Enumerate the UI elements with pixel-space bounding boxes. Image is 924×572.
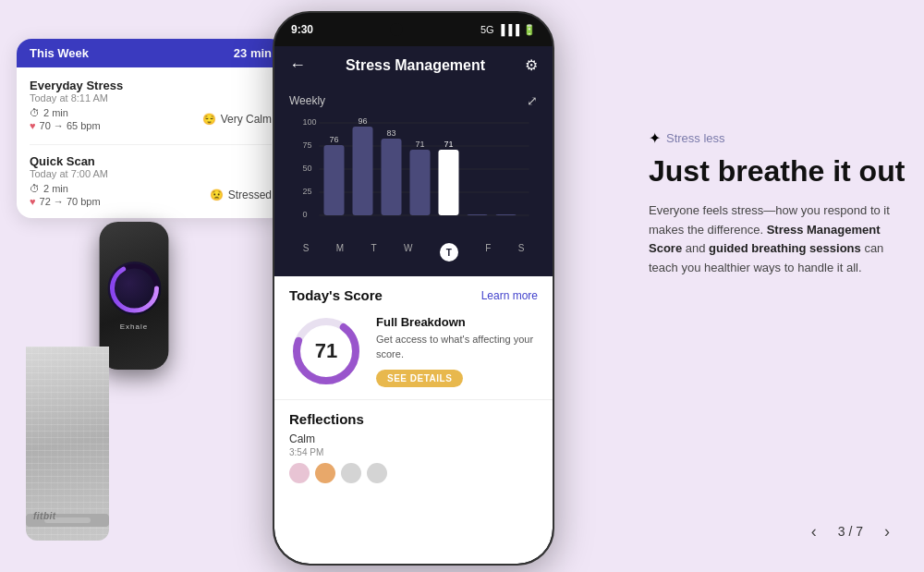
svg-rect-14 <box>353 127 373 215</box>
breakdown-title: Full Breakdown <box>376 315 538 329</box>
right-panel: ✦ Stress less Just breathe it out Everyo… <box>649 129 907 278</box>
card-header-title: This Week <box>30 46 89 60</box>
see-details-button[interactable]: SEE DETAILS <box>376 370 463 387</box>
day-m: M <box>336 243 344 262</box>
heart-icon: ♥ <box>30 120 36 131</box>
card-row-1-bpm: ♥ 70 → 65 bpm <box>30 120 101 131</box>
phone-app-header: ← Stress Management ⚙ <box>274 46 553 84</box>
svg-rect-20 <box>439 150 459 215</box>
phone: 9:30 5G ▐▐▐ 🔋 ← Stress Management ⚙ Week… <box>273 11 554 566</box>
score-title: Today's Score <box>289 287 383 303</box>
svg-rect-23 <box>496 214 517 215</box>
stress-less-text: Stress less <box>666 131 725 145</box>
battery-icon: 🔋 <box>523 24 536 36</box>
right-heading: Just breathe it out <box>649 154 907 189</box>
tracker-body: Exhale <box>100 222 169 370</box>
svg-text:83: 83 <box>386 128 395 138</box>
chart-controls: Weekly ⤢ <box>289 93 538 108</box>
reflections-item-title: Calm <box>289 432 538 445</box>
svg-text:50: 50 <box>303 164 312 173</box>
phone-camera <box>390 23 403 36</box>
card-row-1-left: ⏱ 2 min ♥ 70 → 65 bpm <box>30 107 101 131</box>
expand-icon[interactable]: ⤢ <box>527 93 538 108</box>
chart-period: Weekly <box>289 94 325 107</box>
right-description: Everyone feels stress—how you respond to… <box>649 201 907 278</box>
stress-icon: ✦ <box>649 129 661 147</box>
card-row-1-duration: ⏱ 2 min <box>30 107 101 118</box>
phone-status-bar: 9:30 5G ▐▐▐ 🔋 <box>274 13 553 46</box>
emoji-1 <box>289 463 310 483</box>
day-f: F <box>485 243 491 262</box>
score-area: Today's Score Learn more 71 Full Breakdo… <box>274 276 553 400</box>
card-row-1-mood: 😌 Very Calm <box>202 113 272 126</box>
tracker-screen <box>107 262 161 315</box>
fitbit-logo: fitbit <box>33 511 56 521</box>
tracker-ring-svg <box>107 262 161 315</box>
emoji-4 <box>367 463 387 483</box>
fitbit-device: Exhale fitbit <box>9 203 259 536</box>
card-row-2-mood: 😟 Stressed <box>210 189 272 201</box>
mood-label-stressed: Stressed <box>228 189 272 201</box>
learn-more-link[interactable]: Learn more <box>481 289 538 302</box>
reflections-item-time: 3:54 PM <box>289 447 538 457</box>
nav-total: 7 <box>856 524 863 539</box>
reflections-area: Reflections Calm 3:54 PM <box>274 400 553 494</box>
emoji-3 <box>341 463 361 483</box>
reflections-title: Reflections <box>289 411 538 427</box>
donut-chart: 71 <box>289 314 363 388</box>
card-row-2: Quick Scan Today at 7:00 AM ⏱ 2 min ♥ 72… <box>30 154 272 207</box>
card-row-1: Everyday Stress Today at 8:11 AM ⏱ 2 min… <box>30 79 272 131</box>
signal-text: 5G <box>480 24 494 35</box>
svg-text:71: 71 <box>444 140 453 149</box>
day-s2: S <box>518 243 525 262</box>
svg-text:71: 71 <box>415 140 424 149</box>
svg-rect-16 <box>382 139 402 215</box>
mood-icon-stressed: 😟 <box>210 189 224 201</box>
svg-rect-18 <box>410 150 431 215</box>
svg-text:25: 25 <box>303 187 312 196</box>
weekly-card: This Week 23 min Everyday Stress Today a… <box>17 39 285 218</box>
nav-current: 3 <box>838 524 845 539</box>
phone-body: Today's Score Learn more 71 Full Breakdo… <box>274 276 553 564</box>
svg-text:0: 0 <box>303 210 308 219</box>
phone-signal: 5G ▐▐▐ 🔋 <box>480 24 536 36</box>
phone-title: Stress Management <box>346 57 485 74</box>
gear-icon[interactable]: ⚙ <box>525 56 538 74</box>
score-header: Today's Score Learn more <box>289 287 538 303</box>
chart-x-labels: S M T W T F S <box>289 243 538 262</box>
clock-icon: ⏱ <box>30 107 40 118</box>
day-s1: S <box>303 243 310 262</box>
back-icon[interactable]: ← <box>289 55 306 75</box>
chart-svg: 100 75 50 25 0 76 96 83 7 <box>289 116 538 236</box>
next-button[interactable]: › <box>872 517 902 546</box>
phone-screen: 9:30 5G ▐▐▐ 🔋 ← Stress Management ⚙ Week… <box>274 13 553 564</box>
tracker-label: Exhale <box>120 323 148 331</box>
svg-text:75: 75 <box>303 140 312 150</box>
emoji-2 <box>315 463 335 483</box>
navigation-controls: ‹ 3 / 7 › <box>799 517 902 546</box>
nav-count: 3 / 7 <box>838 524 863 539</box>
prev-button[interactable]: ‹ <box>799 517 829 546</box>
card-row-1-info: ⏱ 2 min ♥ 70 → 65 bpm 😌 Very Calm <box>30 107 272 131</box>
chart-area: Weekly ⤢ 100 75 50 25 0 76 <box>274 84 553 276</box>
card-body: Everyday Stress Today at 8:11 AM ⏱ 2 min… <box>17 67 285 218</box>
card-row-1-subtitle: Today at 8:11 AM <box>30 92 272 103</box>
card-row-2-duration: ⏱ 2 min <box>30 183 101 194</box>
day-t1: T <box>371 243 376 262</box>
score-breakdown: Full Breakdown Get access to what's affe… <box>376 315 538 387</box>
card-header-time: 23 min <box>234 46 272 60</box>
phone-time: 9:30 <box>291 23 313 36</box>
svg-rect-12 <box>324 145 345 215</box>
breathing-bold: guided breathing sessions <box>709 241 861 255</box>
card-row-2-subtitle: Today at 7:00 AM <box>30 168 272 179</box>
day-w: W <box>404 243 412 262</box>
breakdown-desc: Get access to what's affecting your scor… <box>376 333 538 361</box>
stress-less-badge: ✦ Stress less <box>649 129 907 147</box>
emoji-row <box>289 463 538 483</box>
clock-icon-2: ⏱ <box>30 183 40 194</box>
svg-text:76: 76 <box>329 135 338 144</box>
card-row-2-title: Quick Scan <box>30 154 272 168</box>
signal-bars: ▐▐▐ <box>498 24 519 35</box>
mood-label-calm: Very Calm <box>221 113 272 126</box>
mood-icon-calm: 😌 <box>202 113 216 126</box>
